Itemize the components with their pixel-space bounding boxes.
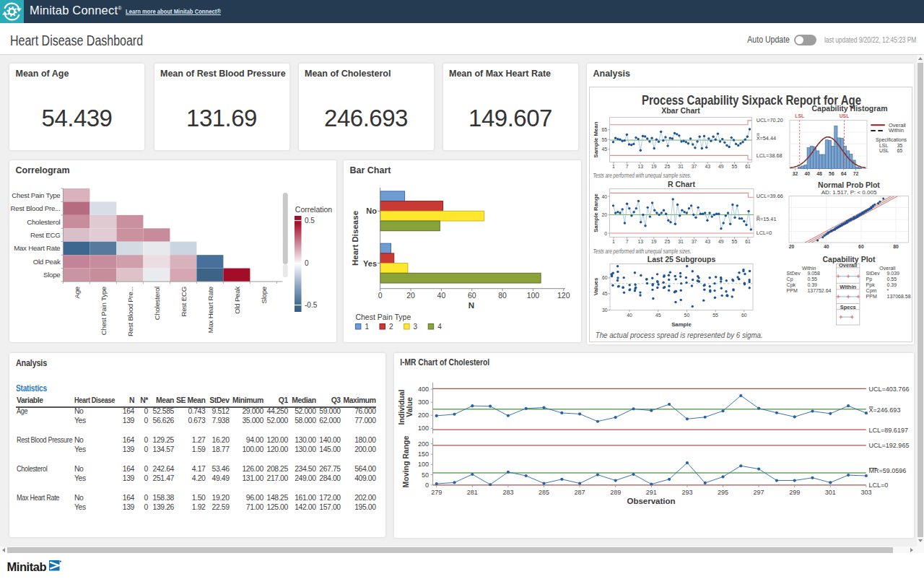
svg-text:49: 49 (718, 164, 724, 169)
svg-text:Last 25 Subgroups: Last 25 Subgroups (647, 255, 715, 264)
svg-text:I-MR Chart of Cholesterol: I-MR Chart of Cholesterol (400, 357, 489, 367)
svg-text:65: 65 (601, 127, 607, 132)
svg-text:UCL=192.965: UCL=192.965 (869, 442, 910, 449)
svg-text:Rest ECG: Rest ECG (30, 231, 61, 239)
svg-text:R=15.41: R=15.41 (756, 215, 776, 222)
svg-text:StDev: StDev (786, 271, 801, 276)
svg-text:2: 2 (389, 323, 393, 331)
svg-text:25: 25 (664, 239, 670, 244)
svg-text:1: 1 (612, 164, 615, 169)
svg-text:100: 100 (418, 425, 429, 432)
svg-text:Heart Disease: Heart Disease (351, 211, 359, 266)
svg-text:Correlation: Correlation (295, 205, 333, 214)
svg-text:0: 0 (378, 291, 383, 300)
svg-text:1: 1 (365, 323, 369, 331)
svg-text:Max Heart Rate: Max Heart Rate (14, 244, 60, 252)
svg-text:30: 30 (601, 308, 607, 313)
svg-text:UCL=39.66: UCL=39.66 (756, 193, 783, 199)
svg-text:UCL=70.20: UCL=70.20 (756, 116, 783, 123)
svg-text:32: 32 (792, 170, 798, 175)
svg-text:40: 40 (804, 170, 810, 175)
svg-text:Value: Value (405, 397, 414, 417)
svg-text:Xbar Chart: Xbar Chart (661, 106, 700, 115)
svg-text:Moving Range: Moving Range (401, 435, 410, 487)
svg-text:Within: Within (889, 126, 904, 133)
svg-text:AD: 1.517, P: < 0.005: AD: 1.517, P: < 0.005 (821, 188, 876, 195)
svg-text:N: N (468, 301, 474, 310)
svg-text:UCL=403.766: UCL=403.766 (869, 386, 910, 393)
svg-text:Capability Histogram: Capability Histogram (811, 103, 887, 112)
svg-text:Rest Blood Pre...: Rest Blood Pre... (126, 287, 134, 336)
svg-text:55: 55 (712, 312, 718, 317)
svg-text:Slope: Slope (260, 287, 268, 304)
svg-text:50: 50 (684, 312, 689, 317)
svg-text:Overall: Overall (879, 265, 896, 270)
svg-text:295: 295 (718, 489, 728, 496)
svg-text:3: 3 (414, 323, 418, 331)
svg-text:0.39: 0.39 (886, 282, 897, 287)
svg-text:9.039: 9.039 (886, 271, 899, 276)
svg-text:137068.58: 137068.58 (886, 293, 910, 298)
svg-text:Sample Range: Sample Range (592, 193, 598, 232)
svg-text:R Chart: R Chart (668, 180, 695, 188)
svg-text:287: 287 (575, 489, 585, 496)
svg-text:301: 301 (825, 489, 836, 496)
svg-text:Within: Within (840, 283, 856, 290)
svg-text:USL: USL (879, 147, 889, 152)
svg-text:60: 60 (468, 291, 476, 300)
svg-text:13: 13 (637, 239, 643, 244)
svg-text:40: 40 (627, 312, 632, 317)
svg-text:Specifications: Specifications (875, 137, 907, 143)
svg-text:37: 37 (691, 239, 697, 244)
svg-text:65: 65 (897, 147, 902, 152)
svg-text:45: 45 (601, 147, 607, 152)
svg-text:0.5: 0.5 (305, 217, 315, 225)
svg-text:50: 50 (422, 471, 429, 479)
svg-text:0: 0 (604, 230, 607, 235)
svg-text:Old Peak: Old Peak (33, 258, 61, 266)
svg-text:LCL=0: LCL=0 (869, 482, 889, 489)
svg-text:7: 7 (625, 164, 628, 169)
svg-text:MR=59.0596: MR=59.0596 (869, 467, 907, 474)
svg-text:25: 25 (664, 164, 670, 169)
svg-text:80: 80 (498, 291, 507, 300)
svg-text:40: 40 (601, 193, 607, 199)
svg-text:19: 19 (651, 164, 657, 169)
svg-text:Ppk: Ppk (866, 282, 875, 288)
svg-text:Yes: Yes (363, 259, 377, 268)
svg-text:45: 45 (601, 291, 607, 296)
svg-text:40: 40 (824, 243, 829, 248)
svg-text:60: 60 (858, 243, 864, 248)
svg-text:Values: Values (592, 277, 598, 295)
svg-text:Age: Age (73, 287, 81, 299)
svg-text:150: 150 (418, 450, 429, 458)
svg-text:31: 31 (678, 239, 684, 244)
svg-text:55: 55 (731, 164, 737, 169)
svg-text:Cp: Cp (786, 277, 793, 282)
svg-text:40: 40 (437, 291, 446, 300)
svg-text:X=54.44: X=54.44 (756, 135, 775, 142)
svg-text:60: 60 (741, 312, 747, 317)
svg-text:Sample Mean: Sample Mean (592, 121, 598, 157)
svg-text:72: 72 (853, 170, 858, 175)
svg-text:60: 60 (601, 275, 607, 280)
svg-text:0: 0 (425, 482, 429, 489)
svg-text:StDev: StDev (866, 271, 880, 276)
svg-text:299: 299 (789, 489, 800, 496)
svg-text:120: 120 (557, 291, 570, 300)
svg-text:Overall: Overall (838, 262, 856, 269)
svg-text:PPM: PPM (866, 293, 876, 298)
svg-text:303: 303 (860, 489, 871, 496)
svg-text:0.39: 0.39 (807, 282, 817, 287)
svg-text:297: 297 (754, 489, 764, 496)
svg-text:Tests are performed with unequ: Tests are performed with unequal sample … (593, 172, 691, 179)
svg-text:293: 293 (681, 489, 692, 496)
svg-text:61: 61 (745, 164, 751, 169)
svg-text:*: * (886, 287, 889, 292)
svg-text:Max Heart Rate: Max Heart Rate (206, 287, 214, 333)
svg-text:0.55: 0.55 (807, 277, 817, 282)
svg-text:Within: Within (801, 265, 816, 270)
svg-text:Pp: Pp (866, 277, 872, 282)
svg-text:56: 56 (829, 170, 834, 175)
svg-text:PPM: PPM (786, 287, 797, 292)
